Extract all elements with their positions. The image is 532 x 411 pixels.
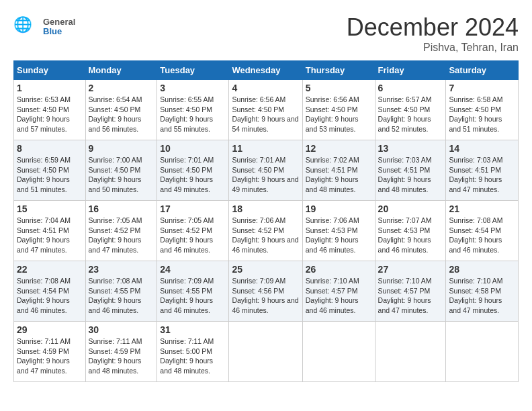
day-7: 7 Sunrise: 6:58 AM Sunset: 4:50 PM Dayli… [446,80,519,140]
daylight: Daylight: 9 hours and 49 minutes. [160,175,226,194]
day-number: 13 [378,143,443,154]
sunrise: Sunrise: 6:58 AM [449,95,515,105]
sunset: Sunset: 4:51 PM [378,165,443,175]
day-25: 25 Sunrise: 7:09 AM Sunset: 4:56 PM Dayl… [229,261,302,322]
day-23: 23 Sunrise: 7:08 AM Sunset: 4:55 PM Dayl… [85,261,157,322]
sunrise: Sunrise: 6:56 AM [306,95,372,105]
day-number: 16 [89,203,154,214]
sunrise: Sunrise: 7:07 AM [378,216,443,226]
day-number: 28 [449,264,515,275]
sunrise: Sunrise: 7:10 AM [449,276,515,286]
sunrise: Sunrise: 6:53 AM [17,95,83,105]
sunrise: Sunrise: 7:11 AM [17,336,83,347]
sunrise: Sunrise: 7:00 AM [89,155,154,165]
daylight: Daylight: 9 hours and 47 minutes. [378,295,443,315]
logo: 🌐 General Blue [13,13,75,40]
title-block: December 2024 Pishva, Tehran, Iran [347,13,519,54]
day-info: Sunrise: 7:07 AM Sunset: 4:53 PM Dayligh… [378,216,443,255]
day-number: 3 [160,83,226,93]
sunset: Sunset: 4:57 PM [306,286,372,296]
day-info: Sunrise: 7:08 AM Sunset: 4:54 PM Dayligh… [449,216,515,255]
daylight: Daylight: 9 hours and 46 minutes. [232,295,299,315]
day-11: 11 Sunrise: 7:01 AM Sunset: 4:50 PM Dayl… [229,140,302,201]
day-number: 18 [232,203,299,214]
day-29: 29 Sunrise: 7:11 AM Sunset: 4:59 PM Dayl… [14,322,86,382]
day-31: 31 Sunrise: 7:11 AM Sunset: 5:00 PM Dayl… [157,322,229,382]
daylight: Daylight: 9 hours and 52 minutes. [378,114,443,134]
sunrise: Sunrise: 7:03 AM [378,155,443,165]
sunrise: Sunrise: 7:05 AM [89,216,154,226]
day-info: Sunrise: 6:57 AM Sunset: 4:50 PM Dayligh… [378,95,443,134]
daylight: Daylight: 9 hours and 47 minutes. [89,235,154,255]
sunset: Sunset: 4:51 PM [449,165,515,175]
daylight: Daylight: 9 hours and 46 minutes. [306,295,372,315]
day-number: 5 [306,83,372,93]
day-info: Sunrise: 7:04 AM Sunset: 4:51 PM Dayligh… [17,216,83,255]
day-info: Sunrise: 7:11 AM Sunset: 4:59 PM Dayligh… [17,336,83,376]
day-22: 22 Sunrise: 7:08 AM Sunset: 4:54 PM Dayl… [14,261,86,322]
day-9: 9 Sunrise: 7:00 AM Sunset: 4:50 PM Dayli… [85,140,157,201]
day-number: 15 [17,203,83,214]
sunrise: Sunrise: 7:08 AM [449,216,515,226]
daylight: Daylight: 9 hours and 54 minutes. [232,114,299,134]
col-tuesday: Tuesday [157,61,229,80]
day-16: 16 Sunrise: 7:05 AM Sunset: 4:52 PM Dayl… [85,201,157,261]
sunrise: Sunrise: 7:01 AM [160,155,226,165]
day-13: 13 Sunrise: 7:03 AM Sunset: 4:51 PM Dayl… [375,140,446,201]
daylight: Daylight: 9 hours and 50 minutes. [89,175,154,194]
daylight: Daylight: 9 hours and 53 minutes. [306,114,372,134]
day-8: 8 Sunrise: 6:59 AM Sunset: 4:50 PM Dayli… [14,140,86,201]
daylight: Daylight: 9 hours and 46 minutes. [17,295,83,315]
day-info: Sunrise: 7:10 AM Sunset: 4:57 PM Dayligh… [306,276,372,316]
logo-general: General [43,17,75,27]
sunrise: Sunrise: 7:04 AM [17,216,83,226]
day-15: 15 Sunrise: 7:04 AM Sunset: 4:51 PM Dayl… [14,201,86,261]
sunrise: Sunrise: 7:06 AM [232,216,299,226]
daylight: Daylight: 9 hours and 46 minutes. [160,235,226,255]
day-info: Sunrise: 6:56 AM Sunset: 4:50 PM Dayligh… [306,95,372,134]
day-number: 7 [449,83,515,93]
sunset: Sunset: 4:50 PM [89,105,154,115]
sunrise: Sunrise: 6:54 AM [89,95,154,105]
sunrise: Sunrise: 7:09 AM [160,276,226,286]
daylight: Daylight: 9 hours and 47 minutes. [449,295,515,315]
col-thursday: Thursday [302,61,375,80]
sunset: Sunset: 4:52 PM [232,226,299,236]
day-info: Sunrise: 7:08 AM Sunset: 4:54 PM Dayligh… [17,276,83,316]
day-21: 21 Sunrise: 7:08 AM Sunset: 4:54 PM Dayl… [446,201,519,261]
daylight: Daylight: 9 hours and 48 minutes. [306,175,372,194]
day-number: 17 [160,203,226,214]
sunrise: Sunrise: 7:05 AM [160,216,226,226]
day-30: 30 Sunrise: 7:11 AM Sunset: 4:59 PM Dayl… [85,322,157,382]
day-info: Sunrise: 6:55 AM Sunset: 4:50 PM Dayligh… [160,95,226,134]
sunrise: Sunrise: 6:59 AM [17,155,83,165]
sunset: Sunset: 4:52 PM [89,226,154,236]
day-10: 10 Sunrise: 7:01 AM Sunset: 4:50 PM Dayl… [157,140,229,201]
daylight: Daylight: 9 hours and 46 minutes. [378,235,443,255]
day-info: Sunrise: 7:00 AM Sunset: 4:50 PM Dayligh… [89,155,154,195]
daylight: Daylight: 9 hours and 55 minutes. [160,114,226,134]
col-sunday: Sunday [14,61,86,80]
sunset: Sunset: 4:54 PM [449,226,515,236]
day-info: Sunrise: 7:11 AM Sunset: 5:00 PM Dayligh… [160,336,226,376]
sunrise: Sunrise: 7:08 AM [17,276,83,286]
day-info: Sunrise: 7:05 AM Sunset: 4:52 PM Dayligh… [89,216,154,255]
day-number: 8 [17,143,83,154]
day-number: 21 [449,203,515,214]
daylight: Daylight: 9 hours and 48 minutes. [89,356,154,375]
daylight: Daylight: 9 hours and 46 minutes. [160,295,226,315]
day-number: 22 [17,264,83,275]
daylight: Daylight: 9 hours and 47 minutes. [17,235,83,255]
day-number: 27 [378,264,443,275]
sunset: Sunset: 4:50 PM [449,105,515,115]
sunset: Sunset: 4:53 PM [378,226,443,236]
sunset: Sunset: 4:50 PM [160,105,226,115]
sunrise: Sunrise: 7:01 AM [232,155,299,165]
day-18: 18 Sunrise: 7:06 AM Sunset: 4:52 PM Dayl… [229,201,302,261]
day-info: Sunrise: 7:10 AM Sunset: 4:58 PM Dayligh… [449,276,515,316]
sunset: Sunset: 5:00 PM [160,347,226,357]
day-number: 23 [89,264,154,275]
sunrise: Sunrise: 7:09 AM [232,276,299,286]
day-info: Sunrise: 7:09 AM Sunset: 4:56 PM Dayligh… [232,276,299,316]
sunset: Sunset: 4:50 PM [306,105,372,115]
